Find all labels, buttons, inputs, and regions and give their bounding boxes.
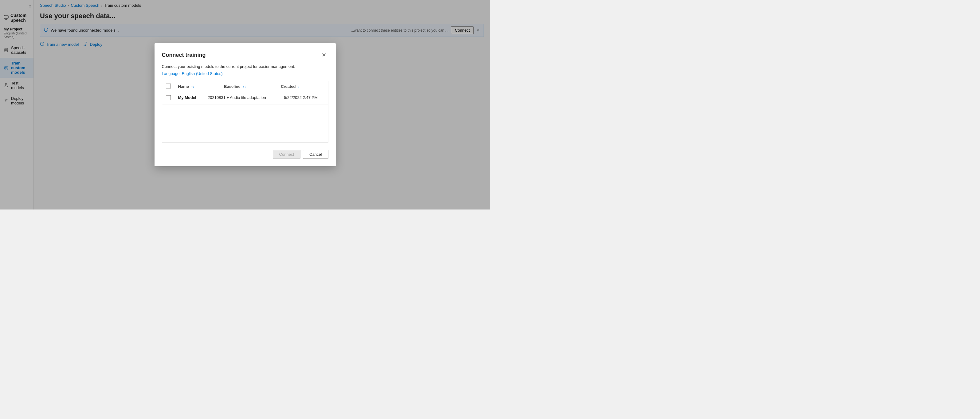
dialog-language: Language: English (United States)	[162, 71, 328, 76]
select-all-checkbox[interactable]	[166, 84, 171, 88]
dialog-table: Name ↑↓ Baseline ↑↓ Created ↓	[162, 81, 328, 92]
select-all-header	[162, 81, 175, 92]
name-sort-icon: ↑↓	[191, 85, 194, 88]
table-row: My Model 20210831 + Audio file adaptatio…	[162, 92, 328, 104]
name-column-header[interactable]: Name ↑↓	[175, 81, 221, 92]
model-name-cell: My Model	[175, 92, 204, 104]
connect-training-dialog: Connect training ✕ Connect your existing…	[154, 43, 336, 166]
dialog-close-button[interactable]: ✕	[320, 51, 328, 59]
baseline-sort-icon: ↑↓	[243, 85, 246, 88]
dialog-cancel-button[interactable]: Cancel	[303, 150, 328, 159]
dialog-connect-button[interactable]: Connect	[273, 150, 301, 159]
baseline-cell: 20210831 + Audio file adaptation	[204, 92, 280, 104]
dialog-table-container: Name ↑↓ Baseline ↑↓ Created ↓	[162, 81, 328, 143]
created-cell: 5/22/2022 2:47 PM	[280, 92, 328, 104]
dialog-footer: Connect Cancel	[162, 149, 328, 159]
dialog-table-body: My Model 20210831 + Audio file adaptatio…	[162, 92, 328, 104]
close-icon: ✕	[321, 52, 326, 58]
table-scroll-area[interactable]: My Model 20210831 + Audio file adaptatio…	[162, 92, 328, 104]
row-checkbox[interactable]	[166, 95, 171, 100]
baseline-column-header[interactable]: Baseline ↑↓	[220, 81, 277, 92]
created-column-header[interactable]: Created ↓	[277, 81, 328, 92]
dialog-description: Connect your existing models to the curr…	[162, 64, 328, 69]
dialog-header: Connect training ✕	[162, 51, 328, 59]
created-sort-icon: ↓	[298, 85, 299, 88]
dialog-title: Connect training	[162, 52, 206, 58]
dialog-language-value: English (United States)	[182, 71, 223, 76]
